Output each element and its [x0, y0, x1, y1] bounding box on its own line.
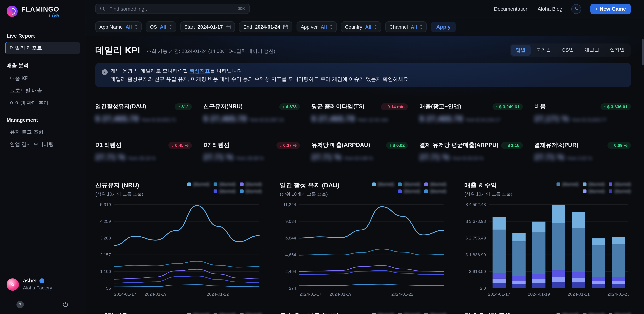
- legend-item[interactable]: (blurred): [214, 312, 236, 314]
- legend-item[interactable]: (blurred): [424, 312, 446, 314]
- sidebar-item-iap-monitoring[interactable]: 인앱 결제 모니터링: [5, 138, 80, 150]
- search-input[interactable]: [108, 5, 234, 12]
- nru-chart[interactable]: 551,1062,1573,2084,2595,3102024-01-17202…: [95, 200, 262, 298]
- search-icon: [100, 6, 105, 11]
- legend-label-masked: (blurred): [219, 182, 236, 187]
- kpi-card-playtime: 평균 플레이타임(TS)↓ 0.14 min $ 27,465.78from 1…: [312, 103, 408, 123]
- legend-label-masked: (blurred): [430, 189, 446, 194]
- legend-label-masked: (blurred): [562, 312, 578, 314]
- legend-label-masked: (blurred): [430, 182, 446, 187]
- filter-app-ver[interactable]: App ver All: [297, 21, 337, 32]
- filter-channel[interactable]: Channel All: [386, 21, 427, 32]
- brand-accent: Live: [21, 13, 59, 18]
- legend-swatch-icon: [240, 313, 244, 314]
- help-icon[interactable]: ?: [16, 301, 24, 309]
- sidebar-item-cohort-revenue[interactable]: 코호트별 매출: [5, 85, 80, 96]
- search-box[interactable]: ⌘K: [95, 4, 250, 14]
- legend-item[interactable]: (blurred): [583, 182, 605, 187]
- delta-badge: ↑ 0.09 %: [608, 142, 631, 149]
- kpi-value-masked: $ 27,465.78: [312, 114, 355, 124]
- legend-item[interactable]: (blurred): [556, 182, 578, 187]
- legend-item[interactable]: (blurred): [424, 182, 446, 187]
- filter-os[interactable]: OS All: [146, 21, 176, 32]
- legend-item[interactable]: (blurred): [398, 312, 420, 314]
- legend-label-masked: (blurred): [219, 312, 236, 314]
- legend-item[interactable]: (blurred): [609, 189, 631, 194]
- user-profile[interactable]: asher ✓ Aloha Factory: [0, 273, 85, 296]
- core-metric-link[interactable]: 핵심지표: [190, 68, 210, 74]
- new-game-button[interactable]: + New Game: [590, 3, 631, 14]
- nru-chart-card: 신규유저 (NRU) (상위 10개의 그룹 표출) (blurred)(blu…: [95, 182, 262, 298]
- legend-item[interactable]: (blurred): [424, 189, 446, 194]
- kpi-prev-masked: from $ 22,587.21: [250, 117, 284, 122]
- info-banner: i게임 운영 시 데일리로 모니터링할 핵심지표를 나타냅니다. 데일리 활성유…: [95, 63, 631, 87]
- legend-swatch-icon: [240, 182, 244, 186]
- chart-legend: (blurred)(blurred)(blurred)(blurred)(blu…: [166, 312, 262, 314]
- legend-item[interactable]: (blurred): [240, 189, 262, 194]
- sidebar-item-daily-report[interactable]: 데일리 리포트: [5, 42, 80, 54]
- sidebar-item-user-log[interactable]: 유저 로그 조회: [5, 126, 80, 138]
- kpi-value-masked: 27,171 %: [534, 114, 569, 124]
- view-tabs: 앱별 국가별 OS별 채널별 일자별: [510, 43, 631, 57]
- legend-item[interactable]: (blurred): [583, 189, 605, 194]
- legend-item[interactable]: (blurred): [187, 312, 210, 314]
- filter-end-date[interactable]: End 2024-01-24: [239, 21, 292, 32]
- legend-label-masked: (blurred): [404, 189, 420, 194]
- marketing-cost-chart-card: 마케팅 비용 (상위 10개의 그룹 표출) (blurred)(blurred…: [95, 312, 262, 314]
- chart-title: 마케팅 비용: [95, 312, 143, 314]
- kpi-prev-masked: from 28.08 %: [237, 156, 264, 161]
- tab-by-country[interactable]: 국가별: [531, 45, 556, 56]
- legend-item[interactable]: (blurred): [398, 189, 420, 194]
- legend-swatch-icon: [372, 182, 376, 186]
- legend-swatch-icon: [424, 189, 428, 193]
- delta-badge: ↓ 0.45 %: [168, 142, 192, 149]
- legend-item[interactable]: (blurred): [214, 189, 236, 194]
- legend-item[interactable]: (blurred): [609, 312, 631, 314]
- legend-item[interactable]: (blurred): [398, 182, 420, 187]
- legend-item[interactable]: (blurred): [583, 312, 605, 314]
- legend-item[interactable]: (blurred): [372, 312, 394, 314]
- legend-item[interactable]: (blurred): [240, 182, 262, 187]
- kpi-value-masked: $ 27,465.78: [420, 114, 463, 124]
- app-root: FLAMINGO Live Live Report 데일리 리포트 매출 분석 …: [0, 0, 644, 314]
- nav-section-revenue: 매출 분석: [6, 62, 78, 69]
- legend-swatch-icon: [609, 313, 612, 314]
- brand-name: FLAMINGO: [21, 5, 59, 13]
- tab-by-os[interactable]: OS별: [557, 45, 579, 56]
- revenue-chart[interactable]: $ 0$ 918.50$ 1,836.99$ 2,755.49$ 3,673.9…: [464, 200, 631, 298]
- user-name: asher: [23, 278, 37, 284]
- link-aloha-blog[interactable]: Aloha Blog: [538, 6, 562, 12]
- filter-app-name[interactable]: App Name All: [95, 21, 142, 32]
- sidebar-item-revenue-kpi[interactable]: 매출 KPI: [5, 72, 80, 84]
- legend-item[interactable]: (blurred): [214, 182, 236, 187]
- link-documentation[interactable]: Documentation: [494, 6, 528, 12]
- svg-text:2024-01-17: 2024-01-17: [114, 292, 136, 297]
- tab-by-date[interactable]: 일자별: [605, 45, 630, 56]
- filter-country[interactable]: Country All: [341, 21, 381, 32]
- legend-swatch-icon: [187, 313, 191, 314]
- legend-item[interactable]: (blurred): [556, 312, 578, 314]
- topbar: ⌘K Documentation Aloha Blog + New Game: [86, 0, 644, 18]
- dau-chart[interactable]: 2742,4644,6546,8449,03411,2242024-01-172…: [280, 200, 446, 298]
- legend-swatch-icon: [214, 313, 217, 314]
- delta-badge: ↓ 0.37 %: [277, 142, 300, 149]
- chart-title: 결제 유저당 금액(ARPPU): [464, 312, 532, 314]
- brand[interactable]: FLAMINGO Live: [0, 0, 85, 21]
- chart-title: 구매 유저 비율 (PUR): [280, 312, 339, 314]
- dark-mode-toggle[interactable]: [572, 4, 581, 14]
- kpi-value-masked: 27.71 %: [420, 153, 450, 162]
- legend-label-masked: (blurred): [562, 182, 578, 187]
- tab-by-app[interactable]: 앱별: [511, 45, 530, 56]
- legend-item[interactable]: (blurred): [372, 182, 394, 187]
- delta-badge: ↓ 0.14 min: [381, 103, 408, 110]
- apply-button[interactable]: Apply: [431, 21, 456, 32]
- logout-power-button[interactable]: [62, 301, 69, 308]
- legend-label-masked: (blurred): [193, 312, 210, 314]
- legend-item[interactable]: (blurred): [609, 182, 631, 187]
- tab-by-channel[interactable]: 채널별: [580, 45, 604, 56]
- legend-item[interactable]: (blurred): [240, 312, 262, 314]
- legend-item[interactable]: (blurred): [187, 182, 210, 187]
- filter-start-date[interactable]: Start 2024-01-17: [180, 21, 235, 32]
- scrollbar-thumb[interactable]: [642, 39, 644, 65]
- sidebar-item-item-sales-trend[interactable]: 아이템 판매 추이: [5, 97, 80, 109]
